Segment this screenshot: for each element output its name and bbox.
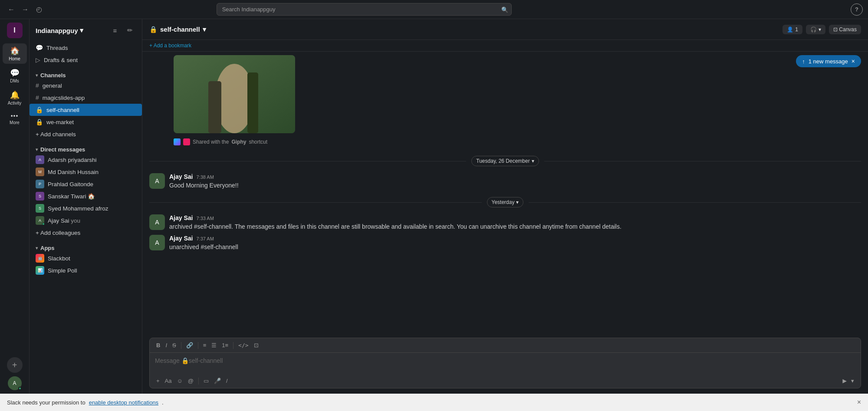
workspace-avatar[interactable]: I [7, 23, 23, 38]
hash-icon-2: # [36, 94, 39, 101]
apps-toggle: ▾ [36, 246, 38, 250]
sidebar-dm-sanskar[interactable]: S Sanskar Tiwari 🏠 [30, 190, 142, 202]
sidebar-item-activity[interactable]: 🔔 Activity [3, 88, 27, 108]
sidebar-app-simplepoll[interactable]: 📊 Simple Poll [30, 264, 142, 276]
notification-text: Slack needs your permission to [7, 399, 85, 406]
add-colleagues-button[interactable]: + Add colleagues [30, 227, 142, 239]
left-sidebar: Indianappguy ▾ ≡ ✏ 💬 Threads ▷ Drafts & … [30, 19, 142, 394]
sidebar-app-slackbot[interactable]: 🤖 Slackbot [30, 252, 142, 264]
add-bookmark-button[interactable]: + Add a bookmark [149, 43, 861, 49]
table-row: A Ajay Sai 7:37 AM unarchived #self-chan… [142, 233, 868, 253]
channels-toggle: ▾ [36, 73, 38, 78]
search-icon: 🔍 [501, 6, 508, 13]
date-label-yesterday[interactable]: Yesterday ▾ [487, 197, 524, 207]
huddle-button[interactable]: 🎧 ▾ [806, 25, 825, 34]
icon-sidebar-bottom: + A [7, 357, 23, 390]
italic-button[interactable]: I [163, 341, 169, 350]
input-box: B I S 🔗 ≡ ☰ 1≡ </> ⊡ Message 🔒self-chann… [149, 338, 861, 388]
threads-icon: 💬 [36, 44, 43, 51]
workspace-name[interactable]: Indianappguy ▾ [36, 26, 83, 34]
banner-text: 1 new message [809, 58, 848, 65]
channel-header: 🔒 self-channell ▾ 👤 1 🎧 ▾ ⊡ Canvas [142, 19, 868, 40]
history-button[interactable]: ◴ [33, 3, 45, 16]
help-button[interactable]: ? [851, 3, 863, 16]
user-avatar[interactable]: A [8, 376, 22, 390]
num-list-button[interactable]: 1≡ [220, 341, 230, 350]
back-button[interactable]: ← [5, 3, 17, 16]
attach-button[interactable]: + [154, 376, 162, 385]
notification-suffix: . [162, 399, 164, 406]
message-input[interactable]: Message 🔒self-channell [150, 353, 861, 374]
toolbar-divider-3 [233, 342, 233, 349]
ol-button[interactable]: ☰ [209, 341, 219, 350]
bold-button[interactable]: B [154, 341, 162, 350]
avatar: A [149, 235, 165, 250]
sidebar-dm-adarsh[interactable]: A Adarsh priyadarshi [30, 154, 142, 166]
ul-button[interactable]: ≡ [201, 341, 209, 350]
send-button[interactable]: ► [841, 377, 848, 385]
banner-close-button[interactable]: × [852, 58, 855, 65]
search-input[interactable] [217, 3, 512, 16]
channels-header[interactable]: ▾ Channels [30, 69, 142, 79]
date-label-tuesday[interactable]: Tuesday, 26 December ▾ [471, 156, 539, 166]
apps-header[interactable]: ▾ Apps [30, 242, 142, 252]
dms-icon: 💬 [10, 68, 20, 78]
msg-time: 7:33 AM [196, 216, 214, 221]
msg-header: Ajay Sai 7:38 AM [169, 173, 861, 180]
new-message-banner[interactable]: ↑ 1 new message × [796, 55, 861, 67]
dm-section: ▾ Direct messages A Adarsh priyadarshi M… [30, 142, 142, 240]
sidebar-item-home[interactable]: 🏠 Home [3, 43, 27, 64]
font-button[interactable]: Aa [163, 376, 174, 385]
mic-button[interactable]: 🎤 [212, 376, 223, 385]
block-button[interactable]: ⊡ [252, 341, 261, 350]
forward-button[interactable]: → [19, 3, 31, 16]
emoji-button[interactable]: ☺ [175, 376, 185, 385]
sidebar-item-more[interactable]: ••• More [3, 110, 27, 128]
banner-arrow-icon: ↑ [802, 58, 805, 65]
add-channels-button[interactable]: + Add channels [30, 128, 142, 140]
channel-chevron-icon: ▾ [203, 26, 206, 33]
add-workspace-button[interactable]: + [7, 357, 23, 373]
link-button[interactable]: 🔗 [184, 341, 195, 350]
activity-icon: 🔔 [10, 90, 20, 100]
hash-icon: # [36, 82, 39, 89]
image-message [142, 55, 868, 137]
msg-sender: Ajay Sai [169, 214, 193, 221]
channel-title[interactable]: 🔒 self-channell ▾ [149, 26, 206, 33]
messages-area[interactable]: ↑ 1 new message × [142, 52, 868, 334]
sidebar-item-we-market[interactable]: 🔒 we-market [30, 116, 142, 128]
sidebar-item-dms[interactable]: 💬 DMs [3, 66, 27, 86]
sidebar-item-threads[interactable]: 💬 Threads [30, 42, 142, 54]
sidebar-dm-ajay[interactable]: A Ajay Sai you [30, 214, 142, 227]
canvas-button[interactable]: ⊡ Canvas [829, 25, 861, 34]
sidebar-item-drafts[interactable]: ▷ Drafts & sent [30, 54, 142, 66]
lock-icon: 🔒 [36, 106, 43, 113]
notification-bar: Slack needs your permission to enable de… [0, 394, 868, 411]
bookmark-bar: + Add a bookmark [142, 40, 868, 52]
sidebar-dm-syed[interactable]: S Syed Mohammed afroz [30, 202, 142, 214]
mention-button[interactable]: @ [186, 376, 196, 385]
notification-link[interactable]: enable desktop notifications [89, 399, 158, 406]
code-button[interactable]: </> [236, 341, 250, 350]
filter-button[interactable]: ≡ [109, 24, 121, 36]
video-button[interactable]: ▭ [201, 376, 211, 385]
sidebar-item-general[interactable]: # general [30, 79, 142, 92]
nav-buttons: ← → ◴ [5, 3, 45, 16]
sidebar-dm-prahlad[interactable]: P Prahlad Gaitonde [30, 178, 142, 190]
compose-button[interactable]: ✏ [124, 24, 136, 36]
home-label: Home [9, 56, 20, 61]
member-count-button[interactable]: 👤 1 [783, 25, 802, 34]
date-divider-tuesday: Tuesday, 26 December ▾ [142, 151, 868, 171]
msg-content: Ajay Sai 7:33 AM archived #self-channell… [169, 214, 861, 231]
sidebar-item-magicslides[interactable]: # magicslides-app [30, 92, 142, 104]
sidebar-dm-danish[interactable]: M Md Danish Hussain [30, 166, 142, 178]
slash-button[interactable]: / [224, 376, 230, 385]
message-placeholder: Message 🔒self-channell [155, 357, 223, 364]
send-options-button[interactable]: ▾ [849, 376, 856, 385]
svg-rect-2 [208, 81, 221, 133]
dm-header[interactable]: ▾ Direct messages [30, 144, 142, 154]
sidebar-item-self-channell[interactable]: 🔒 self-channell [30, 104, 142, 116]
strikethrough-button[interactable]: S [170, 341, 178, 350]
notification-close-button[interactable]: × [857, 398, 861, 406]
msg-header: Ajay Sai 7:37 AM [169, 235, 861, 242]
